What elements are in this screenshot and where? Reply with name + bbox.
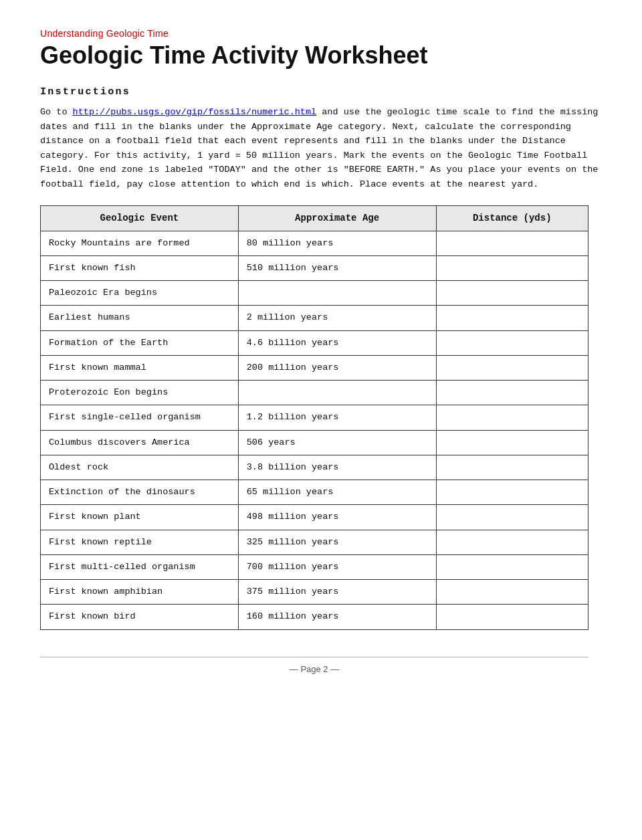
col-header-distance: Distance (yds) xyxy=(436,205,588,231)
table-cell-age: 510 million years xyxy=(238,255,436,280)
table-row: First multi-celled organism700 million y… xyxy=(41,554,588,579)
table-cell-distance xyxy=(436,405,588,430)
table-cell-age: 506 years xyxy=(238,430,436,455)
col-header-age: Approximate Age xyxy=(238,205,436,231)
table-row: First single-celled organism1.2 billion … xyxy=(41,405,588,430)
table-cell-distance xyxy=(436,580,588,605)
table-cell-age: 4.6 billion years xyxy=(238,330,436,355)
table-row: Oldest rock3.8 billion years xyxy=(41,455,588,480)
table-cell-event: Columbus discovers America xyxy=(41,430,239,455)
table-cell-event: First single-celled organism xyxy=(41,405,239,430)
table-cell-distance xyxy=(436,554,588,579)
table-cell-distance xyxy=(436,306,588,330)
table-cell-age xyxy=(238,281,436,306)
table-cell-distance xyxy=(436,281,588,306)
table-cell-age: 200 million years xyxy=(238,355,436,380)
table-row: Earliest humans2 million years xyxy=(41,306,588,330)
table-row: Rocky Mountains are formed80 million yea… xyxy=(41,231,588,255)
table-cell-event: First multi-celled organism xyxy=(41,554,239,579)
instructions-link[interactable]: http://pubs.usgs.gov/gip/fossils/numeric… xyxy=(73,107,317,117)
table-row: Columbus discovers America506 years xyxy=(41,430,588,455)
table-cell-distance xyxy=(436,355,588,380)
table-row: First known plant498 million years xyxy=(41,505,588,530)
table-row: First known reptile325 million years xyxy=(41,530,588,554)
table-cell-event: First known reptile xyxy=(41,530,239,554)
table-cell-age: 3.8 billion years xyxy=(238,455,436,480)
table-cell-event: First known amphibian xyxy=(41,580,239,605)
table-cell-event: First known mammal xyxy=(41,355,239,380)
table-cell-distance xyxy=(436,430,588,455)
table-row: First known fish510 million years xyxy=(41,255,588,280)
page-title: Geologic Time Activity Worksheet xyxy=(40,42,602,69)
table-cell-event: Oldest rock xyxy=(41,455,239,480)
page-footer: — Page 2 — xyxy=(40,657,588,676)
table-cell-event: Proterozoic Eon begins xyxy=(41,381,239,405)
table-header-row: Geologic Event Approximate Age Distance … xyxy=(41,205,588,231)
table-cell-age: 1.2 billion years xyxy=(238,405,436,430)
page-subtitle: Understanding Geologic Time xyxy=(40,27,602,41)
table-cell-age: 498 million years xyxy=(238,505,436,530)
table-cell-event: First known fish xyxy=(41,255,239,280)
table-cell-distance xyxy=(436,255,588,280)
instructions-body: Go to http://pubs.usgs.gov/gip/fossils/n… xyxy=(40,105,602,192)
table-cell-distance xyxy=(436,605,588,629)
table-row: Paleozoic Era begins xyxy=(41,281,588,306)
table-cell-age: 2 million years xyxy=(238,306,436,330)
table-cell-age: 700 million years xyxy=(238,554,436,579)
col-header-event: Geologic Event xyxy=(41,205,239,231)
table-cell-distance xyxy=(436,455,588,480)
instructions-heading: Instructions xyxy=(40,85,602,100)
table-cell-distance xyxy=(436,480,588,505)
table-cell-event: Extinction of the dinosaurs xyxy=(41,480,239,505)
table-cell-age: 325 million years xyxy=(238,530,436,554)
table-row: First known bird160 million years xyxy=(41,605,588,629)
table-cell-event: Formation of the Earth xyxy=(41,330,239,355)
table-cell-distance xyxy=(436,530,588,554)
table-row: Formation of the Earth4.6 billion years xyxy=(41,330,588,355)
table-cell-event: Earliest humans xyxy=(41,306,239,330)
table-cell-event: Rocky Mountains are formed xyxy=(41,231,239,255)
table-row: Proterozoic Eon begins xyxy=(41,381,588,405)
instructions-pre-link: Go to xyxy=(40,107,73,117)
table-cell-distance xyxy=(436,330,588,355)
table-cell-age xyxy=(238,381,436,405)
table-cell-distance xyxy=(436,231,588,255)
instructions-post-link: and use the geologic time scale to find … xyxy=(40,107,598,189)
instructions-section: Instructions Go to http://pubs.usgs.gov/… xyxy=(40,85,602,192)
table-row: First known mammal200 million years xyxy=(41,355,588,380)
table-cell-event: First known bird xyxy=(41,605,239,629)
table-cell-event: First known plant xyxy=(41,505,239,530)
table-cell-age: 375 million years xyxy=(238,580,436,605)
table-cell-distance xyxy=(436,381,588,405)
table-row: First known amphibian375 million years xyxy=(41,580,588,605)
geologic-table: Geologic Event Approximate Age Distance … xyxy=(40,205,588,630)
table-cell-event: Paleozoic Era begins xyxy=(41,281,239,306)
table-cell-age: 160 million years xyxy=(238,605,436,629)
table-cell-age: 65 million years xyxy=(238,480,436,505)
table-cell-age: 80 million years xyxy=(238,231,436,255)
table-row: Extinction of the dinosaurs65 million ye… xyxy=(41,480,588,505)
table-cell-distance xyxy=(436,505,588,530)
